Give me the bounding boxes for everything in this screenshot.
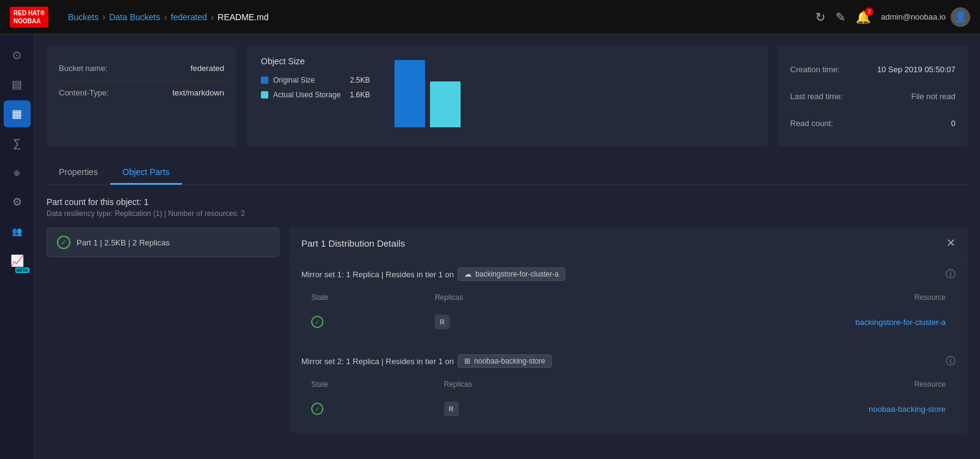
breadcrumb: Buckets › Data Buckets › federated › REA… bbox=[68, 12, 815, 23]
mirror-set-2-header: Mirror set 2: 1 Replica | Resides in tie… bbox=[301, 354, 956, 368]
creation-time-value: 10 Sep 2019 05:50:07 bbox=[877, 65, 956, 74]
edit-icon[interactable]: ✎ bbox=[835, 10, 846, 24]
close-button[interactable]: ✕ bbox=[946, 236, 956, 250]
parts-list: ✓ Part 1 | 2.5KB | 2 Replicas bbox=[47, 228, 279, 433]
grid-icon: ⊞ bbox=[464, 357, 470, 365]
main-content: Bucket name: federated Content-Type: tex… bbox=[34, 34, 980, 459]
legend-actual-dot bbox=[261, 91, 268, 99]
distribution-panel: Part 1 Distribution Details ✕ Mirror set… bbox=[289, 228, 968, 433]
legend-original-label: Original Size bbox=[273, 76, 315, 84]
topnav-actions: ↻ ✎ 🔔 2 admin@noobaa.io 👤 bbox=[815, 7, 970, 27]
row1-resource-link[interactable]: backingstore-for-cluster-a bbox=[856, 318, 946, 327]
brand-logo: RED HAT® NOOBAA bbox=[10, 7, 48, 28]
last-read-field: Last read time: File not read bbox=[790, 83, 956, 110]
brand-logo-area: RED HAT® NOOBAA bbox=[10, 7, 53, 28]
mirror-set-1-label: Mirror set 1: 1 Replica | Resides in tie… bbox=[301, 270, 454, 279]
th-resource-2: Resource bbox=[606, 375, 956, 394]
part-label: Part 1 | 2.5KB | 2 Replicas bbox=[77, 238, 170, 247]
breadcrumb-item-3[interactable]: federated bbox=[171, 12, 207, 22]
topnav: RED HAT® NOOBAA Buckets › Data Buckets ›… bbox=[0, 0, 980, 34]
sidebar-item-analytics[interactable]: ∑ bbox=[4, 130, 31, 157]
dist-table-1: State Replicas Resource ✓ bbox=[301, 288, 956, 337]
parts-subtitle: Data resiliency type: Replication (1) | … bbox=[47, 209, 968, 218]
distribution-header: Part 1 Distribution Details ✕ bbox=[289, 228, 968, 259]
dist-table-2: State Replicas Resource ✓ bbox=[301, 375, 956, 424]
sidebar-item-overview[interactable]: ⊙ bbox=[4, 42, 31, 69]
cloud-icon: ☁ bbox=[464, 270, 472, 278]
parts-layout: ✓ Part 1 | 2.5KB | 2 Replicas Part 1 Dis… bbox=[47, 228, 968, 433]
row1-state: ✓ bbox=[301, 307, 425, 337]
mirror-set-1: Mirror set 1: 1 Replica | Resides in tie… bbox=[289, 259, 968, 346]
app-layout: ⊙ ▤ ▦ ∑ ⊕ ⚙ 👥 📈 BETA Bucket name: federa… bbox=[0, 34, 980, 459]
last-read-label: Last read time: bbox=[790, 92, 843, 101]
row2-resource: noobaa-backing-store bbox=[606, 394, 956, 424]
bucket-info-card: Bucket name: federated Content-Type: tex… bbox=[47, 47, 236, 146]
row1-replica-badge: R bbox=[435, 315, 450, 329]
sidebar-item-users[interactable]: 👥 bbox=[4, 218, 31, 245]
part-item-1[interactable]: ✓ Part 1 | 2.5KB | 2 Replicas bbox=[47, 228, 279, 257]
creation-time-field: Creation time: 10 Sep 2019 05:50:07 bbox=[790, 56, 956, 83]
mirror-set-2: Mirror set 2: 1 Replica | Resides in tie… bbox=[289, 346, 968, 433]
row1-resource: backingstore-for-cluster-a bbox=[586, 307, 956, 337]
content-type-value: text/markdown bbox=[172, 88, 224, 97]
legend-actual-value: 1.6KB bbox=[345, 91, 370, 99]
sidebar-item-settings[interactable]: ⚙ bbox=[4, 188, 31, 215]
row2-resource-link[interactable]: noobaa-backing-store bbox=[869, 405, 946, 414]
user-email: admin@noobaa.io bbox=[881, 12, 946, 21]
th-state-2: State bbox=[301, 375, 434, 394]
legend-original: Original Size 2.5KB bbox=[261, 76, 370, 84]
chart-bars bbox=[394, 56, 461, 130]
info-row: Bucket name: federated Content-Type: tex… bbox=[47, 47, 968, 146]
th-state-1: State bbox=[301, 288, 425, 307]
breadcrumb-item-4: README.md bbox=[217, 12, 268, 22]
legend-original-dot bbox=[261, 76, 268, 84]
refresh-icon[interactable]: ↻ bbox=[815, 10, 826, 24]
bucket-name-field: Bucket name: federated bbox=[59, 56, 224, 81]
bucket-name-value: federated bbox=[190, 64, 224, 73]
sidebar-item-accounts[interactable]: ⊕ bbox=[4, 159, 31, 186]
tab-object-parts[interactable]: Object Parts bbox=[110, 161, 182, 185]
tab-properties[interactable]: Properties bbox=[47, 161, 110, 185]
user-avatar: 👤 bbox=[951, 7, 970, 27]
creation-time-label: Creation time: bbox=[790, 65, 840, 74]
legend-actual: Actual Used Storage 1.6KB bbox=[261, 91, 370, 99]
th-resource-1: Resource bbox=[586, 288, 956, 307]
user-menu[interactable]: admin@noobaa.io 👤 bbox=[881, 7, 970, 27]
sidebar-item-buckets[interactable]: ▤ bbox=[4, 71, 31, 98]
notification-badge: 2 bbox=[865, 7, 873, 16]
tabs: Properties Object Parts bbox=[47, 161, 968, 185]
bucket-name-label: Bucket name: bbox=[59, 64, 108, 73]
row1-status-icon: ✓ bbox=[311, 316, 323, 328]
info-icon-1[interactable]: ⓘ bbox=[946, 268, 956, 281]
breadcrumb-item-1[interactable]: Buckets bbox=[68, 12, 99, 22]
read-count-field: Read count: 0 bbox=[790, 110, 956, 136]
row2-replica-badge: R bbox=[444, 401, 459, 416]
legend-actual-label: Actual Used Storage bbox=[273, 91, 341, 99]
bar-actual bbox=[430, 81, 461, 127]
legend-original-value: 2.5KB bbox=[345, 76, 370, 84]
chart-legend: Original Size 2.5KB Actual Used Storage … bbox=[261, 76, 370, 99]
distribution-title: Part 1 Distribution Details bbox=[301, 238, 405, 248]
sidebar: ⊙ ▤ ▦ ∑ ⊕ ⚙ 👥 📈 BETA bbox=[0, 34, 34, 459]
sidebar-item-beta-chart[interactable]: 📈 BETA bbox=[4, 247, 31, 274]
notification-icon[interactable]: 🔔 2 bbox=[856, 10, 871, 24]
row1-replica: R bbox=[425, 307, 586, 337]
mirror-set-1-tag: ☁ backingstore-for-cluster-a bbox=[458, 267, 565, 281]
parts-header: Part count for this object: 1 Data resil… bbox=[47, 197, 968, 218]
part-status-icon: ✓ bbox=[57, 236, 70, 249]
row2-state: ✓ bbox=[301, 394, 434, 424]
meta-info-card: Creation time: 10 Sep 2019 05:50:07 Last… bbox=[778, 47, 968, 146]
mirror-set-2-label: Mirror set 2: 1 Replica | Resides in tie… bbox=[301, 357, 454, 366]
info-icon-2[interactable]: ⓘ bbox=[946, 355, 956, 368]
sidebar-item-storage[interactable]: ▦ bbox=[4, 100, 31, 127]
dist-row-1: ✓ R backingstore-for-cluster-a bbox=[301, 307, 956, 337]
beta-badge: BETA bbox=[15, 267, 29, 273]
th-replicas-2: Replicas bbox=[434, 375, 607, 394]
content-type-label: Content-Type: bbox=[59, 88, 109, 97]
breadcrumb-item-2[interactable]: Data Buckets bbox=[109, 12, 160, 22]
content-type-field: Content-Type: text/markdown bbox=[59, 81, 224, 105]
chart-title: Object Size bbox=[261, 56, 370, 66]
dist-row-2: ✓ R noobaa-backing-store bbox=[301, 394, 956, 424]
read-count-label: Read count: bbox=[790, 119, 833, 128]
last-read-value: File not read bbox=[911, 92, 956, 101]
